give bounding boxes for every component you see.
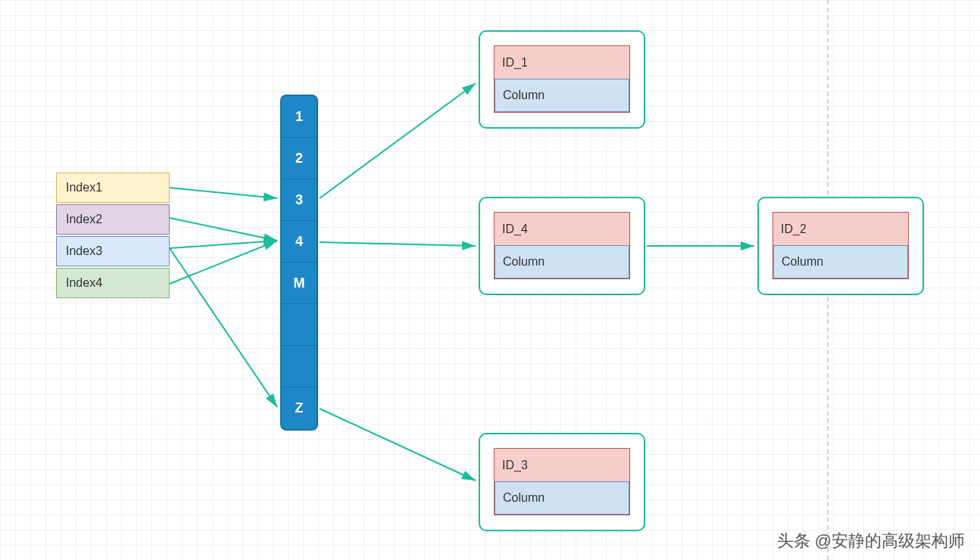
record-ID_2: ID_2Column [757, 197, 924, 295]
svg-line-1 [170, 218, 277, 241]
slot-M: M [282, 263, 317, 304]
record-ID_3: ID_3Column [479, 433, 645, 531]
svg-line-0 [170, 188, 277, 198]
index-box-1: Index1 [56, 173, 170, 203]
slot-4: 4 [282, 221, 317, 263]
record-ID_1: ID_1Column [479, 30, 645, 129]
record-id-label: ID_4 [495, 213, 629, 246]
record-column-label: Column [773, 245, 908, 278]
record-id-label: ID_1 [495, 46, 629, 79]
svg-line-5 [320, 83, 476, 198]
svg-line-2 [170, 241, 277, 248]
index-box-2: Index2 [56, 204, 170, 235]
hash-slot-column: 1234M..Z [280, 95, 318, 431]
record-column-label: Column [495, 79, 629, 112]
slot-Z: Z [282, 387, 317, 429]
slot-3: 3 [282, 179, 317, 221]
index-box-4: Index4 [56, 268, 170, 298]
slot-empty: . [282, 304, 317, 346]
svg-line-4 [170, 241, 277, 284]
svg-line-6 [320, 242, 476, 246]
svg-line-8 [320, 409, 476, 481]
slot-empty: . [282, 346, 317, 387]
record-column-label: Column [495, 245, 629, 278]
slot-1: 1 [282, 96, 317, 138]
record-id-label: ID_3 [495, 449, 629, 482]
slot-2: 2 [282, 138, 317, 179]
record-id-label: ID_2 [773, 213, 908, 246]
record-column-label: Column [495, 481, 629, 515]
index-box-3: Index3 [56, 236, 170, 266]
record-ID_4: ID_4Column [479, 197, 645, 295]
svg-line-3 [170, 248, 277, 407]
watermark-text: 头条 @安静的高级架构师 [777, 530, 965, 552]
